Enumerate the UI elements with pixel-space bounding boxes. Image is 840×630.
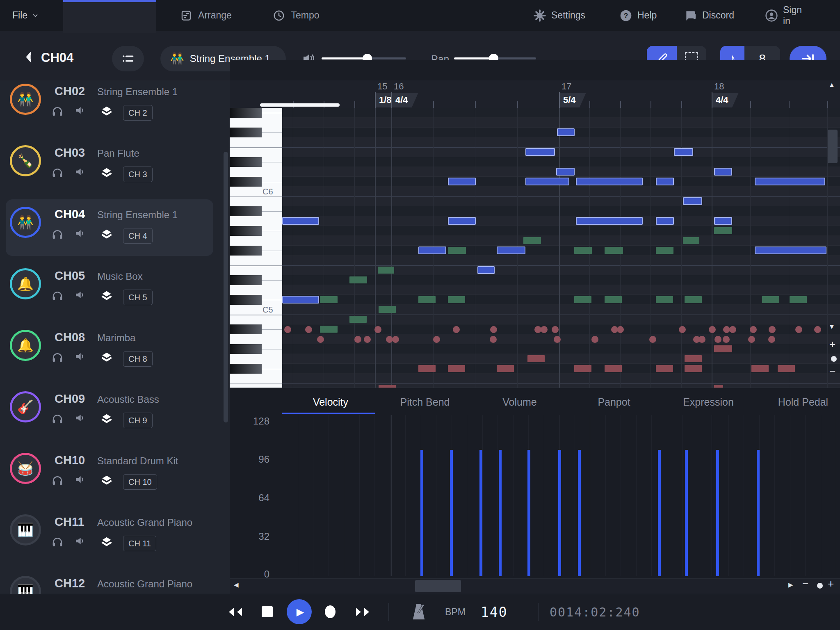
velocity-bar[interactable] — [450, 450, 453, 576]
scroll-left-icon[interactable]: ◀ — [234, 581, 239, 589]
channel-avatar[interactable]: 🎸 — [10, 391, 41, 422]
stop-icon[interactable] — [262, 606, 273, 617]
channel-avatar[interactable]: 👬 — [10, 84, 41, 115]
tab-velocity[interactable]: Velocity — [285, 393, 376, 411]
speaker-icon[interactable] — [75, 413, 85, 423]
play-button[interactable]: ▶ — [287, 599, 312, 624]
velocity-bar[interactable] — [578, 450, 581, 576]
midi-note-selected[interactable] — [282, 217, 319, 225]
layers-icon[interactable] — [100, 228, 113, 240]
channel-row-ch08[interactable]: 🔔CH08MarimbaCH 8 — [0, 322, 224, 383]
headphones-icon[interactable] — [51, 351, 64, 363]
channel-avatar[interactable]: 🔔 — [10, 268, 41, 299]
tab-arrange[interactable]: Arrange — [165, 0, 247, 31]
midi-note-selected[interactable] — [525, 148, 555, 156]
tab-hold-pedal[interactable]: Hold Pedal — [758, 393, 840, 411]
velocity-bar[interactable] — [479, 450, 482, 576]
midi-note-selected[interactable] — [525, 178, 569, 185]
midi-note-selected[interactable] — [755, 247, 826, 254]
help-button[interactable]: ?Help — [619, 0, 657, 31]
velocity-bar[interactable] — [685, 450, 688, 576]
zoom-out-vertical-icon[interactable]: − — [829, 365, 835, 378]
midi-note-selected[interactable] — [448, 178, 476, 185]
black-key[interactable] — [230, 364, 262, 374]
zoom-reset-vertical-icon[interactable] — [831, 356, 837, 362]
black-key[interactable] — [230, 206, 262, 216]
layers-icon[interactable] — [100, 290, 113, 302]
midi-note-selected[interactable] — [448, 217, 476, 225]
black-key[interactable] — [230, 344, 262, 354]
channel-row-ch11[interactable]: 🎹CH11Acoustic Grand PianoCH 11 — [0, 506, 224, 568]
speaker-icon[interactable] — [75, 536, 85, 546]
black-key[interactable] — [230, 157, 262, 167]
scroll-right-icon[interactable]: ▶ — [788, 581, 793, 589]
back-chevron-icon[interactable] — [23, 50, 34, 64]
midi-note-selected[interactable] — [418, 247, 446, 254]
sign-in-button[interactable]: Sign in — [765, 0, 802, 31]
velocity-bar[interactable] — [658, 450, 661, 576]
black-key[interactable] — [230, 246, 262, 256]
channel-row-ch05[interactable]: 🔔CH05Music BoxCH 5 — [0, 260, 224, 322]
horizontal-scrollbar-thumb[interactable] — [415, 580, 461, 592]
midi-note-selected[interactable] — [576, 178, 643, 185]
midi-note-selected[interactable] — [656, 178, 674, 185]
velocity-bar[interactable] — [499, 450, 502, 576]
midi-note-selected[interactable] — [556, 168, 575, 176]
black-key[interactable] — [230, 177, 262, 187]
midi-note-selected[interactable] — [477, 266, 495, 274]
channel-avatar[interactable]: 🔔 — [10, 330, 41, 361]
scroll-down-icon[interactable]: ▼ — [829, 323, 835, 331]
headphones-icon[interactable] — [51, 290, 64, 302]
channel-row-ch03[interactable]: 🍾CH03Pan FluteCH 3 — [0, 137, 224, 199]
headphones-icon[interactable] — [51, 228, 64, 240]
rewind-icon[interactable] — [226, 606, 244, 618]
midi-note-selected[interactable] — [755, 178, 825, 185]
sidebar-scrollbar[interactable] — [224, 152, 228, 422]
tab-panpot[interactable]: Panpot — [569, 393, 659, 411]
headphones-icon[interactable] — [51, 413, 64, 425]
channel-avatar[interactable]: 🥁 — [10, 453, 41, 484]
layers-icon[interactable] — [100, 536, 113, 548]
speaker-icon[interactable] — [75, 290, 85, 300]
speaker-icon[interactable] — [75, 474, 85, 485]
bpm-value[interactable]: 140 — [481, 604, 508, 620]
vertical-scrollbar-thumb[interactable] — [828, 130, 838, 163]
tab-tempo[interactable]: Tempo — [256, 0, 337, 31]
velocity-bar[interactable] — [558, 450, 561, 576]
speaker-icon[interactable] — [75, 105, 85, 116]
layers-icon[interactable] — [100, 105, 113, 117]
channel-avatar[interactable]: 🎹 — [10, 514, 41, 546]
ruler-scroll-indicator[interactable] — [260, 103, 340, 107]
channel-row-ch10[interactable]: 🥁CH10Standard Drum KitCH 10 — [0, 445, 224, 506]
black-key[interactable] — [230, 226, 262, 236]
zoom-in-vertical-icon[interactable]: + — [829, 338, 835, 351]
midi-note-selected[interactable] — [576, 217, 643, 225]
scroll-up-icon[interactable]: ▲ — [829, 81, 835, 89]
midi-note-selected[interactable] — [656, 217, 674, 225]
midi-note-selected[interactable] — [282, 296, 319, 304]
black-key[interactable] — [230, 108, 262, 118]
channel-list-button[interactable] — [112, 46, 144, 71]
channel-avatar[interactable]: 🍾 — [10, 145, 41, 176]
midi-note-selected[interactable] — [683, 197, 702, 205]
channel-row-ch02[interactable]: 👬CH02String Ensemble 1CH 2 — [0, 75, 224, 137]
velocity-bar[interactable] — [757, 450, 760, 576]
speaker-icon[interactable] — [75, 228, 85, 239]
headphones-icon[interactable] — [51, 167, 64, 179]
layers-icon[interactable] — [100, 413, 113, 425]
zoom-in-horizontal-icon[interactable]: + — [828, 578, 834, 590]
settings-button[interactable]: Settings — [533, 0, 585, 31]
file-menu-button[interactable]: File — [12, 0, 39, 31]
black-key[interactable] — [230, 295, 262, 305]
black-key[interactable] — [230, 324, 262, 334]
headphones-icon[interactable] — [51, 105, 64, 117]
black-key[interactable] — [230, 275, 262, 285]
layers-icon[interactable] — [100, 167, 113, 179]
tab-pitch-bend[interactable]: Pitch Bend — [380, 393, 470, 411]
midi-note-selected[interactable] — [714, 168, 732, 176]
velocity-bar[interactable] — [527, 450, 530, 576]
velocity-bar[interactable] — [420, 450, 423, 576]
layers-icon[interactable] — [100, 351, 113, 363]
black-key[interactable] — [230, 128, 262, 137]
headphones-icon[interactable] — [51, 474, 64, 486]
